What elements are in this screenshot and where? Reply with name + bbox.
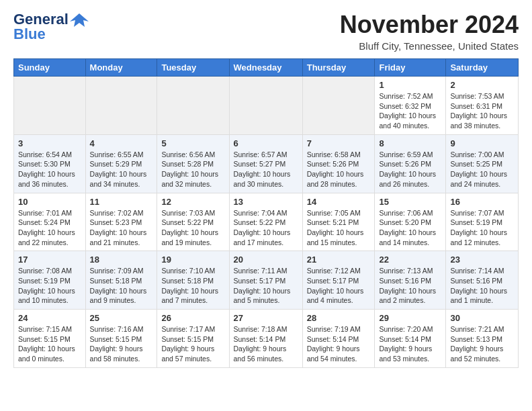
day-info: Sunrise: 7:14 AMSunset: 5:16 PMDaylight:… bbox=[450, 266, 514, 306]
page-header: General Blue November 2024 Bluff City, T… bbox=[13, 11, 519, 52]
calendar-week-row: 1Sunrise: 7:52 AMSunset: 6:32 PMDaylight… bbox=[14, 77, 519, 135]
calendar-day-cell: 21Sunrise: 7:12 AMSunset: 5:17 PMDayligh… bbox=[302, 251, 375, 310]
day-number: 26 bbox=[161, 313, 224, 323]
calendar-day-cell: 25Sunrise: 7:16 AMSunset: 5:15 PMDayligh… bbox=[85, 310, 157, 368]
day-number: 4 bbox=[90, 138, 153, 148]
day-info: Sunrise: 7:52 AMSunset: 6:32 PMDaylight:… bbox=[379, 91, 441, 131]
day-info: Sunrise: 7:53 AMSunset: 6:31 PMDaylight:… bbox=[450, 91, 514, 131]
calendar-day-cell bbox=[229, 77, 302, 135]
calendar-day-cell: 27Sunrise: 7:18 AMSunset: 5:14 PMDayligh… bbox=[229, 310, 302, 368]
day-number: 8 bbox=[379, 138, 441, 148]
day-info: Sunrise: 7:08 AMSunset: 5:19 PMDaylight:… bbox=[18, 266, 81, 306]
calendar-day-cell: 15Sunrise: 7:06 AMSunset: 5:20 PMDayligh… bbox=[375, 193, 446, 251]
day-info: Sunrise: 6:56 AMSunset: 5:28 PMDaylight:… bbox=[161, 150, 224, 189]
month-title: November 2024 bbox=[340, 11, 519, 39]
day-info: Sunrise: 7:11 AMSunset: 5:17 PMDaylight:… bbox=[234, 266, 298, 306]
calendar-day-cell: 24Sunrise: 7:15 AMSunset: 5:15 PMDayligh… bbox=[14, 310, 86, 368]
day-info: Sunrise: 7:12 AMSunset: 5:17 PMDaylight:… bbox=[307, 266, 371, 306]
calendar-day-cell: 20Sunrise: 7:11 AMSunset: 5:17 PMDayligh… bbox=[229, 251, 302, 310]
day-info: Sunrise: 7:01 AMSunset: 5:24 PMDaylight:… bbox=[18, 208, 81, 248]
logo: General Blue bbox=[13, 11, 89, 43]
calendar-week-row: 3Sunrise: 6:54 AMSunset: 5:30 PMDaylight… bbox=[14, 134, 519, 193]
calendar-day-cell: 3Sunrise: 6:54 AMSunset: 5:30 PMDaylight… bbox=[14, 134, 86, 193]
calendar-day-cell: 5Sunrise: 6:56 AMSunset: 5:28 PMDaylight… bbox=[157, 134, 229, 193]
calendar-day-cell: 29Sunrise: 7:20 AMSunset: 5:14 PMDayligh… bbox=[375, 310, 446, 368]
location-subtitle: Bluff City, Tennessee, United States bbox=[340, 40, 519, 52]
calendar-day-cell bbox=[302, 77, 375, 135]
day-number: 21 bbox=[307, 255, 371, 265]
calendar-day-cell: 2Sunrise: 7:53 AMSunset: 6:31 PMDaylight… bbox=[446, 77, 519, 135]
day-info: Sunrise: 7:05 AMSunset: 5:21 PMDaylight:… bbox=[307, 208, 371, 248]
day-info: Sunrise: 7:16 AMSunset: 5:15 PMDaylight:… bbox=[90, 324, 153, 364]
calendar-week-row: 10Sunrise: 7:01 AMSunset: 5:24 PMDayligh… bbox=[14, 193, 519, 251]
day-number: 20 bbox=[234, 255, 298, 265]
calendar-day-cell: 6Sunrise: 6:57 AMSunset: 5:27 PMDaylight… bbox=[229, 134, 302, 193]
calendar-day-cell bbox=[157, 77, 229, 135]
day-number: 17 bbox=[18, 255, 81, 265]
calendar-day-cell: 7Sunrise: 6:58 AMSunset: 5:26 PMDaylight… bbox=[302, 134, 375, 193]
logo-blue: Blue bbox=[13, 26, 46, 43]
day-info: Sunrise: 7:04 AMSunset: 5:22 PMDaylight:… bbox=[234, 208, 298, 248]
day-number: 16 bbox=[450, 197, 514, 207]
calendar-day-cell: 28Sunrise: 7:19 AMSunset: 5:14 PMDayligh… bbox=[302, 310, 375, 368]
title-block: November 2024 Bluff City, Tennessee, Uni… bbox=[340, 11, 519, 52]
day-number: 27 bbox=[234, 313, 298, 323]
day-number: 12 bbox=[161, 197, 224, 207]
weekday-header-wednesday: Wednesday bbox=[229, 59, 302, 77]
calendar-day-cell: 19Sunrise: 7:10 AMSunset: 5:18 PMDayligh… bbox=[157, 251, 229, 310]
day-info: Sunrise: 7:03 AMSunset: 5:22 PMDaylight:… bbox=[161, 208, 224, 248]
day-number: 1 bbox=[379, 80, 441, 90]
calendar-day-cell: 4Sunrise: 6:55 AMSunset: 5:29 PMDaylight… bbox=[85, 134, 157, 193]
day-info: Sunrise: 6:55 AMSunset: 5:29 PMDaylight:… bbox=[90, 150, 153, 189]
day-number: 2 bbox=[450, 80, 514, 90]
weekday-header-tuesday: Tuesday bbox=[157, 59, 229, 77]
day-number: 5 bbox=[161, 138, 224, 148]
day-number: 22 bbox=[379, 255, 441, 265]
day-number: 28 bbox=[307, 313, 371, 323]
day-info: Sunrise: 7:13 AMSunset: 5:16 PMDaylight:… bbox=[379, 266, 441, 306]
svg-marker-0 bbox=[70, 13, 89, 27]
calendar-day-cell: 22Sunrise: 7:13 AMSunset: 5:16 PMDayligh… bbox=[375, 251, 446, 310]
day-number: 11 bbox=[90, 197, 153, 207]
calendar-week-row: 17Sunrise: 7:08 AMSunset: 5:19 PMDayligh… bbox=[14, 251, 519, 310]
day-info: Sunrise: 7:07 AMSunset: 5:19 PMDaylight:… bbox=[450, 208, 514, 248]
weekday-header-friday: Friday bbox=[375, 59, 446, 77]
weekday-header-row: SundayMondayTuesdayWednesdayThursdayFrid… bbox=[14, 59, 519, 77]
day-number: 15 bbox=[379, 197, 441, 207]
day-info: Sunrise: 7:10 AMSunset: 5:18 PMDaylight:… bbox=[161, 266, 224, 306]
calendar-day-cell: 14Sunrise: 7:05 AMSunset: 5:21 PMDayligh… bbox=[302, 193, 375, 251]
calendar-day-cell: 18Sunrise: 7:09 AMSunset: 5:18 PMDayligh… bbox=[85, 251, 157, 310]
day-number: 18 bbox=[90, 255, 153, 265]
calendar-day-cell: 13Sunrise: 7:04 AMSunset: 5:22 PMDayligh… bbox=[229, 193, 302, 251]
day-info: Sunrise: 7:20 AMSunset: 5:14 PMDaylight:… bbox=[379, 324, 441, 364]
day-info: Sunrise: 7:09 AMSunset: 5:18 PMDaylight:… bbox=[90, 266, 153, 306]
calendar-day-cell: 8Sunrise: 6:59 AMSunset: 5:26 PMDaylight… bbox=[375, 134, 446, 193]
calendar-day-cell: 30Sunrise: 7:21 AMSunset: 5:13 PMDayligh… bbox=[446, 310, 519, 368]
logo-bird-icon bbox=[70, 12, 89, 27]
day-info: Sunrise: 6:59 AMSunset: 5:26 PMDaylight:… bbox=[379, 150, 441, 189]
weekday-header-saturday: Saturday bbox=[446, 59, 519, 77]
day-number: 23 bbox=[450, 255, 514, 265]
calendar-day-cell bbox=[14, 77, 86, 135]
day-info: Sunrise: 7:06 AMSunset: 5:20 PMDaylight:… bbox=[379, 208, 441, 248]
day-info: Sunrise: 7:21 AMSunset: 5:13 PMDaylight:… bbox=[450, 324, 514, 364]
day-info: Sunrise: 7:15 AMSunset: 5:15 PMDaylight:… bbox=[18, 324, 81, 364]
calendar-day-cell: 26Sunrise: 7:17 AMSunset: 5:15 PMDayligh… bbox=[157, 310, 229, 368]
calendar-day-cell: 1Sunrise: 7:52 AMSunset: 6:32 PMDaylight… bbox=[375, 77, 446, 135]
day-info: Sunrise: 7:19 AMSunset: 5:14 PMDaylight:… bbox=[307, 324, 371, 364]
weekday-header-monday: Monday bbox=[85, 59, 157, 77]
day-info: Sunrise: 7:17 AMSunset: 5:15 PMDaylight:… bbox=[161, 324, 224, 364]
calendar-day-cell: 23Sunrise: 7:14 AMSunset: 5:16 PMDayligh… bbox=[446, 251, 519, 310]
weekday-header-thursday: Thursday bbox=[302, 59, 375, 77]
day-info: Sunrise: 6:57 AMSunset: 5:27 PMDaylight:… bbox=[234, 150, 298, 189]
day-number: 3 bbox=[18, 138, 81, 148]
day-number: 19 bbox=[161, 255, 224, 265]
calendar-day-cell: 17Sunrise: 7:08 AMSunset: 5:19 PMDayligh… bbox=[14, 251, 86, 310]
day-number: 14 bbox=[307, 197, 371, 207]
day-number: 10 bbox=[18, 197, 81, 207]
calendar-table: SundayMondayTuesdayWednesdayThursdayFrid… bbox=[13, 58, 519, 368]
day-number: 9 bbox=[450, 138, 514, 148]
day-info: Sunrise: 7:02 AMSunset: 5:23 PMDaylight:… bbox=[90, 208, 153, 248]
day-info: Sunrise: 7:00 AMSunset: 5:25 PMDaylight:… bbox=[450, 150, 514, 189]
day-number: 30 bbox=[450, 313, 514, 323]
